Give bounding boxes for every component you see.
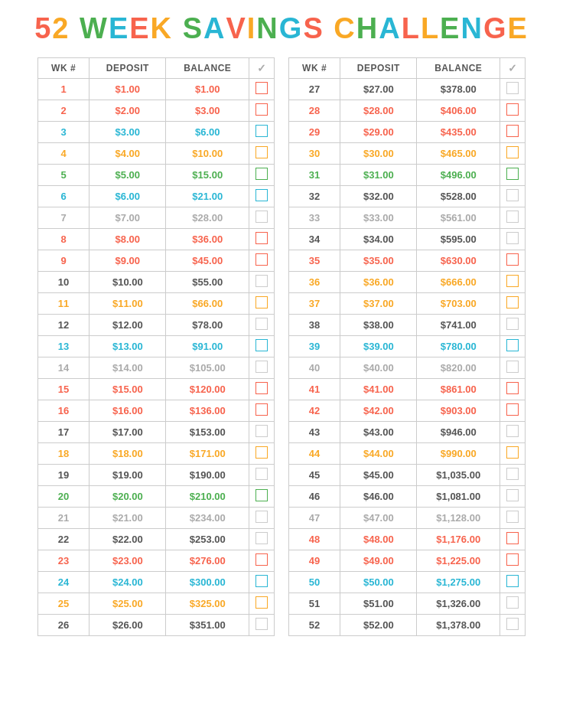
check-cell[interactable]: [249, 465, 275, 486]
checkbox[interactable]: [255, 425, 268, 437]
checkbox[interactable]: [255, 168, 268, 180]
checkbox[interactable]: [255, 361, 268, 373]
check-cell[interactable]: [500, 293, 526, 315]
checkbox[interactable]: [255, 618, 268, 630]
check-cell[interactable]: [249, 400, 275, 422]
checkbox[interactable]: [506, 446, 519, 459]
check-cell[interactable]: [500, 550, 526, 572]
checkbox[interactable]: [506, 103, 519, 116]
checkbox[interactable]: [255, 82, 268, 94]
check-cell[interactable]: [500, 508, 526, 529]
checkbox[interactable]: [255, 596, 268, 609]
checkbox[interactable]: [255, 339, 268, 351]
checkbox[interactable]: [255, 575, 268, 587]
check-cell[interactable]: [249, 186, 275, 207]
checkbox[interactable]: [255, 146, 268, 158]
check-cell[interactable]: [500, 165, 526, 186]
checkbox[interactable]: [255, 511, 268, 523]
checkbox[interactable]: [506, 489, 519, 501]
checkbox[interactable]: [506, 596, 519, 609]
check-cell[interactable]: [249, 250, 275, 272]
check-cell[interactable]: [500, 529, 526, 550]
checkbox[interactable]: [506, 125, 519, 137]
checkbox[interactable]: [506, 146, 519, 158]
check-cell[interactable]: [500, 593, 526, 615]
checkbox[interactable]: [506, 82, 519, 94]
checkbox[interactable]: [255, 211, 268, 223]
check-cell[interactable]: [249, 572, 275, 593]
check-cell[interactable]: [249, 615, 275, 636]
check-cell[interactable]: [500, 122, 526, 143]
check-cell[interactable]: [500, 615, 526, 636]
checkbox[interactable]: [255, 468, 268, 480]
checkbox[interactable]: [506, 296, 519, 309]
checkbox[interactable]: [255, 296, 268, 309]
checkbox[interactable]: [506, 318, 519, 330]
checkbox[interactable]: [506, 339, 519, 351]
checkbox[interactable]: [255, 532, 268, 544]
check-cell[interactable]: [500, 229, 526, 250]
check-cell[interactable]: [500, 486, 526, 508]
checkbox[interactable]: [506, 232, 519, 244]
checkbox[interactable]: [255, 189, 268, 201]
check-cell[interactable]: [249, 272, 275, 293]
check-cell[interactable]: [500, 250, 526, 272]
check-cell[interactable]: [249, 165, 275, 186]
checkbox[interactable]: [506, 618, 519, 630]
check-cell[interactable]: [500, 100, 526, 122]
checkbox[interactable]: [506, 361, 519, 373]
checkbox[interactable]: [506, 275, 519, 287]
check-cell[interactable]: [249, 315, 275, 336]
check-cell[interactable]: [500, 315, 526, 336]
check-cell[interactable]: [500, 357, 526, 379]
checkbox[interactable]: [255, 103, 268, 116]
checkbox[interactable]: [506, 189, 519, 201]
check-cell[interactable]: [249, 100, 275, 122]
check-cell[interactable]: [500, 186, 526, 207]
checkbox[interactable]: [255, 446, 268, 459]
check-cell[interactable]: [249, 293, 275, 315]
check-cell[interactable]: [500, 400, 526, 422]
checkbox[interactable]: [506, 425, 519, 437]
check-cell[interactable]: [249, 336, 275, 357]
checkbox[interactable]: [506, 168, 519, 180]
check-cell[interactable]: [249, 122, 275, 143]
check-cell[interactable]: [249, 229, 275, 250]
check-cell[interactable]: [500, 572, 526, 593]
check-cell[interactable]: [500, 79, 526, 100]
checkbox[interactable]: [506, 211, 519, 223]
checkbox[interactable]: [506, 253, 519, 266]
check-cell[interactable]: [500, 272, 526, 293]
check-cell[interactable]: [500, 443, 526, 465]
check-cell[interactable]: [249, 443, 275, 465]
checkbox[interactable]: [255, 403, 268, 416]
check-cell[interactable]: [500, 143, 526, 165]
checkbox[interactable]: [255, 125, 268, 137]
check-cell[interactable]: [500, 379, 526, 400]
checkbox[interactable]: [506, 553, 519, 566]
checkbox[interactable]: [506, 382, 519, 394]
check-cell[interactable]: [500, 465, 526, 486]
checkbox[interactable]: [506, 532, 519, 544]
check-cell[interactable]: [249, 79, 275, 100]
checkbox[interactable]: [255, 253, 268, 266]
check-cell[interactable]: [249, 529, 275, 550]
checkbox[interactable]: [506, 468, 519, 480]
check-cell[interactable]: [249, 593, 275, 615]
checkbox[interactable]: [255, 553, 268, 566]
check-cell[interactable]: [500, 336, 526, 357]
checkbox[interactable]: [255, 489, 268, 501]
check-cell[interactable]: [500, 422, 526, 443]
checkbox[interactable]: [255, 382, 268, 394]
check-cell[interactable]: [249, 550, 275, 572]
checkbox[interactable]: [255, 318, 268, 330]
checkbox[interactable]: [255, 275, 268, 287]
check-cell[interactable]: [249, 143, 275, 165]
check-cell[interactable]: [249, 486, 275, 508]
check-cell[interactable]: [500, 207, 526, 229]
checkbox[interactable]: [506, 403, 519, 416]
checkbox[interactable]: [506, 575, 519, 587]
checkbox[interactable]: [255, 232, 268, 244]
check-cell[interactable]: [249, 207, 275, 229]
check-cell[interactable]: [249, 508, 275, 529]
